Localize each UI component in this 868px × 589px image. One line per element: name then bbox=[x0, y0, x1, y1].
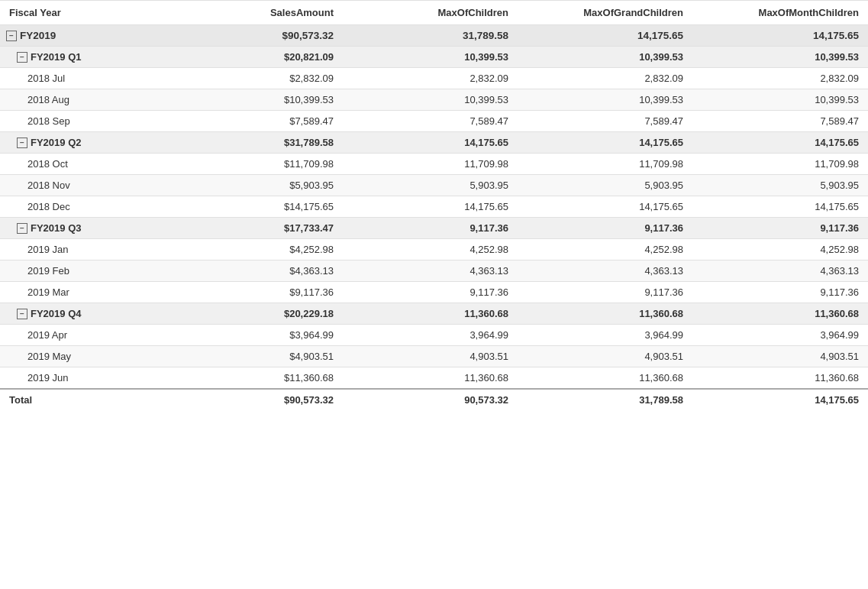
col-header-max-children: MaxOfChildren bbox=[343, 1, 518, 25]
max-children: 10,399.53 bbox=[343, 89, 518, 111]
sales-amount: $31,789.58 bbox=[168, 132, 343, 154]
table-row: 2018 Dec$14,175.6514,175.6514,175.6514,1… bbox=[0, 196, 868, 218]
sales-amount: $90,573.32 bbox=[168, 25, 343, 47]
max-children: 11,360.68 bbox=[343, 303, 518, 325]
table-row: −FY2019 Q2$31,789.5814,175.6514,175.6514… bbox=[0, 132, 868, 154]
expand-collapse-icon[interactable]: − bbox=[17, 223, 27, 234]
total-max-grand: 31,789.58 bbox=[518, 389, 692, 410]
max-month-children: 10,399.53 bbox=[692, 89, 868, 111]
row-label[interactable]: −FY2019 Q3 bbox=[0, 218, 168, 239]
row-label: 2019 May bbox=[0, 346, 168, 367]
row-label-text: FY2019 Q4 bbox=[31, 308, 82, 319]
max-children: 10,399.53 bbox=[343, 47, 518, 68]
max-grand-children: 10,399.53 bbox=[518, 89, 692, 111]
max-children: 9,117.36 bbox=[343, 282, 518, 303]
max-month-children: 5,903.95 bbox=[692, 175, 868, 196]
data-table-container: Fiscal Year SalesAmount MaxOfChildren Ma… bbox=[0, 0, 868, 589]
sales-amount: $2,832.09 bbox=[168, 68, 343, 89]
row-label: 2019 Apr bbox=[0, 325, 168, 346]
total-sales: $90,573.32 bbox=[168, 389, 343, 410]
max-children: 4,252.98 bbox=[343, 239, 518, 261]
total-label: Total bbox=[0, 389, 168, 410]
max-month-children: 10,399.53 bbox=[692, 47, 868, 68]
row-label[interactable]: −FY2019 Q1 bbox=[0, 47, 168, 68]
max-month-children: 7,589.47 bbox=[692, 111, 868, 132]
row-label: 2019 Mar bbox=[0, 282, 168, 303]
sales-amount: $4,252.98 bbox=[168, 239, 343, 261]
max-grand-children: 4,252.98 bbox=[518, 239, 692, 261]
max-children: 4,903.51 bbox=[343, 346, 518, 367]
expand-collapse-icon[interactable]: − bbox=[6, 31, 17, 41]
max-grand-children: 4,363.13 bbox=[518, 261, 692, 282]
max-month-children: 14,175.65 bbox=[692, 132, 868, 154]
max-grand-children: 5,903.95 bbox=[518, 175, 692, 196]
max-month-children: 4,252.98 bbox=[692, 239, 868, 261]
total-max-children: 90,573.32 bbox=[343, 389, 518, 410]
sales-amount: $7,589.47 bbox=[168, 111, 343, 132]
table-row: 2019 Feb$4,363.134,363.134,363.134,363.1… bbox=[0, 261, 868, 282]
sales-amount: $20,229.18 bbox=[168, 303, 343, 325]
max-month-children: 9,117.36 bbox=[692, 282, 868, 303]
col-header-max-month-children: MaxOfMonthChildren bbox=[692, 1, 868, 25]
max-grand-children: 4,903.51 bbox=[518, 346, 692, 367]
max-children: 5,903.95 bbox=[343, 175, 518, 196]
sales-amount: $10,399.53 bbox=[168, 89, 343, 111]
max-children: 11,709.98 bbox=[343, 154, 518, 175]
row-label[interactable]: −FY2019 bbox=[0, 25, 168, 47]
sales-amount: $5,903.95 bbox=[168, 175, 343, 196]
col-header-max-grand-children: MaxOfGrandChildren bbox=[518, 1, 692, 25]
table-row: −FY2019 Q3$17,733.479,117.369,117.369,11… bbox=[0, 218, 868, 239]
row-label-text: FY2019 Q2 bbox=[31, 137, 82, 148]
row-label: 2018 Jul bbox=[0, 68, 168, 89]
max-grand-children: 7,589.47 bbox=[518, 111, 692, 132]
row-label: 2018 Aug bbox=[0, 89, 168, 111]
max-grand-children: 9,117.36 bbox=[518, 282, 692, 303]
sales-amount: $3,964.99 bbox=[168, 325, 343, 346]
row-label[interactable]: −FY2019 Q2 bbox=[0, 132, 168, 154]
max-grand-children: 10,399.53 bbox=[518, 47, 692, 68]
max-grand-children: 9,117.36 bbox=[518, 218, 692, 239]
table-row: 2019 Jun$11,360.6811,360.6811,360.6811,3… bbox=[0, 367, 868, 390]
max-children: 9,117.36 bbox=[343, 218, 518, 239]
max-grand-children: 14,175.65 bbox=[518, 196, 692, 218]
max-month-children: 4,363.13 bbox=[692, 261, 868, 282]
sales-amount: $20,821.09 bbox=[168, 47, 343, 68]
table-row: 2019 Mar$9,117.369,117.369,117.369,117.3… bbox=[0, 282, 868, 303]
max-children: 31,789.58 bbox=[343, 25, 518, 47]
max-grand-children: 14,175.65 bbox=[518, 25, 692, 47]
col-header-sales-amount: SalesAmount bbox=[168, 1, 343, 25]
max-children: 7,589.47 bbox=[343, 111, 518, 132]
row-label: 2018 Nov bbox=[0, 175, 168, 196]
max-grand-children: 14,175.65 bbox=[518, 132, 692, 154]
header-row: Fiscal Year SalesAmount MaxOfChildren Ma… bbox=[0, 1, 868, 25]
row-label: 2019 Jun bbox=[0, 367, 168, 390]
row-label-text: FY2019 bbox=[20, 30, 56, 41]
max-grand-children: 2,832.09 bbox=[518, 68, 692, 89]
table-row: 2018 Oct$11,709.9811,709.9811,709.9811,7… bbox=[0, 154, 868, 175]
row-label: 2019 Feb bbox=[0, 261, 168, 282]
max-grand-children: 11,709.98 bbox=[518, 154, 692, 175]
max-month-children: 11,360.68 bbox=[692, 367, 868, 390]
expand-collapse-icon[interactable]: − bbox=[17, 138, 27, 148]
sales-amount: $9,117.36 bbox=[168, 282, 343, 303]
sales-amount: $11,360.68 bbox=[168, 367, 343, 390]
max-grand-children: 11,360.68 bbox=[518, 303, 692, 325]
max-grand-children: 3,964.99 bbox=[518, 325, 692, 346]
table-row: 2019 May$4,903.514,903.514,903.514,903.5… bbox=[0, 346, 868, 367]
max-children: 4,363.13 bbox=[343, 261, 518, 282]
expand-collapse-icon[interactable]: − bbox=[17, 309, 27, 319]
max-grand-children: 11,360.68 bbox=[518, 367, 692, 390]
table-row: 2018 Jul$2,832.092,832.092,832.092,832.0… bbox=[0, 68, 868, 89]
table-row: 2018 Nov$5,903.955,903.955,903.955,903.9… bbox=[0, 175, 868, 196]
expand-collapse-icon[interactable]: − bbox=[17, 52, 27, 63]
sales-amount: $4,903.51 bbox=[168, 346, 343, 367]
table-row: 2018 Sep$7,589.477,589.477,589.477,589.4… bbox=[0, 111, 868, 132]
table-row: −FY2019 Q1$20,821.0910,399.5310,399.5310… bbox=[0, 47, 868, 68]
max-month-children: 14,175.65 bbox=[692, 25, 868, 47]
sales-amount: $14,175.65 bbox=[168, 196, 343, 218]
table-row: −FY2019 Q4$20,229.1811,360.6811,360.6811… bbox=[0, 303, 868, 325]
row-label[interactable]: −FY2019 Q4 bbox=[0, 303, 168, 325]
max-month-children: 3,964.99 bbox=[692, 325, 868, 346]
max-month-children: 11,360.68 bbox=[692, 303, 868, 325]
sales-amount: $4,363.13 bbox=[168, 261, 343, 282]
